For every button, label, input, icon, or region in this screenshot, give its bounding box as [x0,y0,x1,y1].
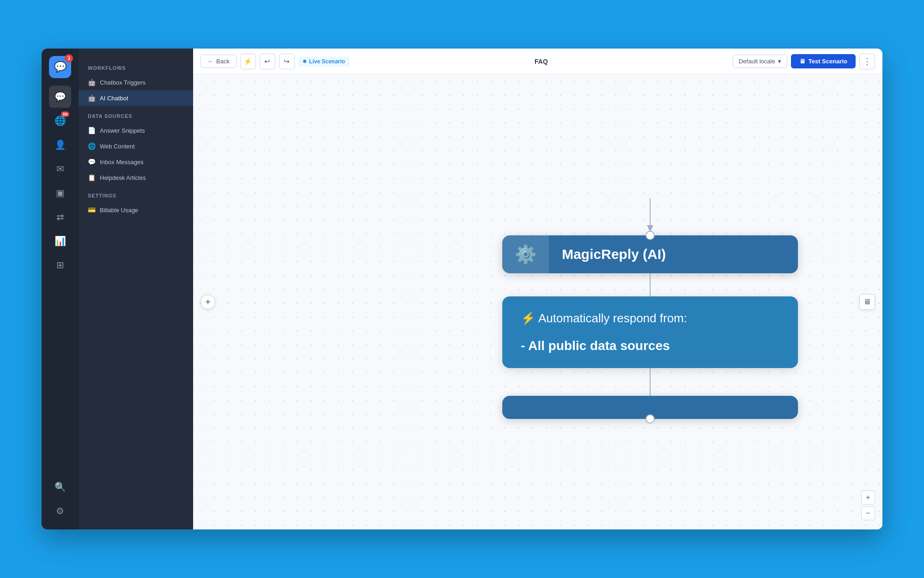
more-icon: ⋮ [863,56,871,67]
data-sources-section-title: DATA SOURCES [79,110,193,123]
content-line1: ⚡ Automatically respond from: [521,311,779,326]
back-arrow-icon: ← [207,58,213,65]
settings-icon: ⚙ [56,505,64,517]
web-content-label: Web Content [100,143,135,150]
billable-usage-label: Billable Usage [100,207,138,214]
right-tool-icon: 🖥 [863,298,871,306]
live-dot [303,60,306,63]
search-icon: 🔍 [55,481,66,492]
billable-usage-icon: 💳 [88,206,95,214]
chatbox-triggers-icon: 🤖 [88,79,95,86]
inbox-messages-icon: 💬 [88,158,95,166]
live-badge: Live Scenario [298,56,350,67]
test-icon: 🖥 [799,58,805,65]
content-line2: - All public data sources [521,338,779,353]
dashboard-icon: ⊞ [56,259,64,271]
globe-badge: 89 [61,111,69,117]
undo-icon: ↩ [264,57,270,66]
sidebar-icon-search[interactable]: 🔍 [49,476,71,498]
nav-item-helpdesk-articles[interactable]: 📋 Helpdesk Articles [79,170,193,185]
helpdesk-articles-label: Helpdesk Articles [100,174,146,181]
layers-icon: ▣ [56,187,65,198]
redo-icon: ↪ [284,57,290,66]
redo-button[interactable]: ↪ [279,54,295,69]
magic-reply-node[interactable]: ⚙️ MagicReply (AI) [502,235,798,273]
workflows-section-title: WORKFLOWS [79,61,193,74]
node-title-panel: MagicReply (AI) [548,235,798,273]
ai-chatbot-label: AI Chatbot [100,95,128,102]
add-left-icon: + [205,297,211,307]
connector-bottom [650,368,650,396]
undo-button[interactable]: ↩ [260,54,275,69]
lightning-icon: ⚡ [243,57,252,66]
test-scenario-button[interactable]: 🖥 Test Scenario [791,54,856,68]
nav-item-chatbox-triggers[interactable]: 🤖 Chatbox Triggers [79,74,193,90]
inbox-messages-label: Inbox Messages [100,159,144,166]
settings-section-title: SETTINGS [79,189,193,202]
zoom-out-icon: − [866,509,870,517]
back-label: Back [216,58,230,65]
connector-middle [650,273,650,296]
answer-snippets-icon: 📄 [88,127,95,134]
add-left-button[interactable]: + [201,295,215,309]
node-icon-panel: ⚙️ [502,235,548,273]
zoom-out-button[interactable]: − [861,506,875,520]
locale-label: Default locale [739,58,775,65]
sidebar-icon-shuffle[interactable]: ⇄ [49,206,71,228]
content-node[interactable]: ⚡ Automatically respond from: - All publ… [502,296,798,368]
chart-icon: 📊 [55,235,66,246]
locale-select[interactable]: Default locale ▾ [733,55,787,68]
zoom-in-icon: + [866,493,870,502]
logo-icon: 💬 [54,61,67,73]
node-title: MagicReply (AI) [562,246,666,262]
canvas-area[interactable]: ⚙️ MagicReply (AI) ⚡ Automatically respo… [193,74,882,529]
zoom-buttons: + − [861,491,875,520]
sidebar-icon-send[interactable]: ✉ [49,158,71,180]
more-options-button[interactable]: ⋮ [859,54,875,69]
nav-item-billable-usage[interactable]: 💳 Billable Usage [79,202,193,218]
logo-area[interactable]: 💬 3 [49,56,71,78]
nav-item-ai-chatbot[interactable]: 🤖 AI Chatbot [79,90,193,106]
shuffle-icon: ⇄ [56,211,64,222]
nav-item-web-content[interactable]: 🌐 Web Content [79,138,193,154]
sidebar-icon-layers[interactable]: ▣ [49,182,71,204]
sidebar-icon-dashboard[interactable]: ⊞ [49,254,71,276]
nav-item-answer-snippets[interactable]: 📄 Answer Snippets [79,123,193,138]
live-label: Live Scenario [309,58,345,65]
send-icon: ✉ [56,163,64,174]
locale-chevron-icon: ▾ [778,58,781,65]
answer-snippets-label: Answer Snippets [100,127,145,134]
right-tool-button[interactable]: 🖥 [859,294,875,310]
sidebar-icon-user[interactable]: 👤 [49,134,71,156]
icon-sidebar: 💬 3 💬 🌐 89 👤 ✉ ▣ ⇄ 📊 ⊞ 🔍 [42,49,79,529]
lightning-button[interactable]: ⚡ [240,54,256,69]
faq-label: FAQ [535,58,548,65]
ai-chatbot-icon: 🤖 [88,94,95,102]
sidebar-icon-settings[interactable]: ⚙ [49,500,71,522]
right-side-buttons: 🖥 [859,294,875,310]
chat-icon: 💬 [55,91,66,102]
web-content-icon: 🌐 [88,142,95,150]
user-icon: 👤 [55,139,66,150]
flow-container: ⚙️ MagicReply (AI) ⚡ Automatically respo… [502,198,798,424]
sidebar-icon-chat[interactable]: 💬 [49,86,71,108]
top-connector-svg [627,198,673,235]
connector-circle-top [645,231,655,240]
toolbar: ← Back ⚡ ↩ ↪ Live Scenario FAQ Default l… [193,49,882,74]
nav-item-inbox-messages[interactable]: 💬 Inbox Messages [79,154,193,170]
nav-sidebar: WORKFLOWS 🤖 Chatbox Triggers 🤖 AI Chatbo… [79,49,193,529]
sidebar-icon-globe[interactable]: 🌐 89 [49,110,71,132]
chatbox-triggers-label: Chatbox Triggers [100,79,146,86]
helpdesk-articles-icon: 📋 [88,174,95,181]
node-gear-icon: ⚙️ [515,244,536,264]
app-window: 💬 3 💬 🌐 89 👤 ✉ ▣ ⇄ 📊 ⊞ 🔍 [42,49,882,529]
main-content: ← Back ⚡ ↩ ↪ Live Scenario FAQ Default l… [193,49,882,529]
zoom-in-button[interactable]: + [861,491,875,504]
test-label: Test Scenario [808,58,847,65]
back-button[interactable]: ← Back [201,55,237,68]
sidebar-icon-chart[interactable]: 📊 [49,230,71,252]
logo-badge: 3 [65,54,73,62]
connector-circle-bottom [645,414,655,424]
